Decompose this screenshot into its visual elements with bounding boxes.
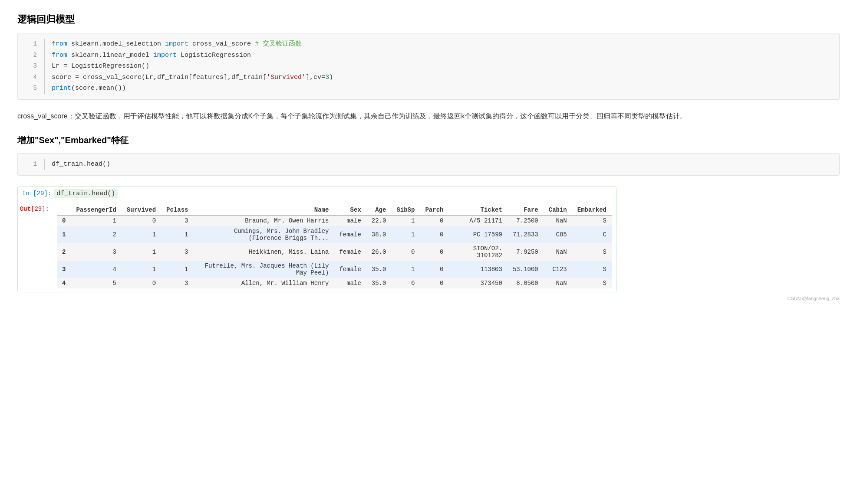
table-cell: 4	[57, 278, 71, 288]
table-cell: 3	[71, 243, 121, 261]
line-number-2-1: 1	[25, 159, 37, 170]
description-text: cross_val_score：交叉验证函数，用于评估模型性能，他可以将数据集分…	[17, 110, 840, 123]
watermark: CSDN @fangcheng_zha	[17, 296, 840, 301]
code-content-5: print(score.mean())	[44, 83, 126, 94]
table-cell: female	[334, 226, 366, 243]
page-title: 逻辑回归模型	[17, 13, 840, 26]
table-row: 2313Heikkinen, Miss. Lainafemale26.000ST…	[57, 243, 612, 261]
table-cell: Futrelle, Mrs. Jacques Heath (Lily May P…	[193, 261, 334, 278]
code-content-4: score = cross_val_score(Lr,df_train[feat…	[44, 72, 333, 83]
cell-input-code: df_train.head()	[54, 189, 118, 198]
table-cell: PC 17599	[448, 226, 508, 243]
line-number-1: 1	[25, 39, 37, 49]
table-row: 0103Braund, Mr. Owen Harrismale22.010A/5…	[57, 215, 612, 226]
table-cell: 8.0500	[508, 278, 544, 288]
table-cell: Allen, Mr. William Henry	[193, 278, 334, 288]
table-cell: 0	[122, 278, 161, 288]
code-line-2: 2 from sklearn.linear_model import Logis…	[18, 50, 839, 61]
code-content-3: Lr = LogisticRegression()	[44, 61, 149, 72]
table-cell: NaN	[544, 243, 572, 261]
keyword-from: from	[52, 40, 67, 48]
col-index	[57, 205, 71, 216]
table-cell: 5	[71, 278, 121, 288]
subsection-title: 增加"Sex","Embarked"特征	[17, 134, 840, 146]
watermark-text: CSDN @fangcheng_zha	[787, 296, 840, 301]
table-cell: 1	[161, 226, 193, 243]
table-cell: NaN	[544, 215, 572, 226]
table-row: 1211Cumings, Mrs. John Bradley (Florence…	[57, 226, 612, 243]
table-cell: 2	[71, 226, 121, 243]
table-header: PassengerId Survived Pclass Name Sex Age…	[57, 205, 612, 216]
line-number-2: 2	[25, 50, 37, 61]
table-cell: female	[334, 261, 366, 278]
table-cell: 3	[161, 243, 193, 261]
table-row: 3411Futrelle, Mrs. Jacques Heath (Lily M…	[57, 261, 612, 278]
table-cell: 1	[71, 215, 121, 226]
table-cell: C123	[544, 261, 572, 278]
line-number-5: 5	[25, 83, 37, 94]
output-label-cell: Out[29]:	[18, 205, 57, 213]
line-number-3: 3	[25, 61, 37, 72]
col-passengerid: PassengerId	[71, 205, 121, 216]
table-cell: 4	[71, 261, 121, 278]
code-content-2: from sklearn.linear_model import Logisti…	[44, 50, 251, 61]
table-cell: 1	[391, 215, 420, 226]
table-cell: S	[572, 243, 612, 261]
table-cell: Braund, Mr. Owen Harris	[193, 215, 334, 226]
col-cabin: Cabin	[544, 205, 572, 216]
table-cell: 0	[122, 215, 161, 226]
table-cell: 0	[420, 243, 448, 261]
table-cell: 1	[391, 226, 420, 243]
cell-output-label: Out[29]:	[20, 206, 53, 213]
table-cell: Heikkinen, Miss. Laina	[193, 243, 334, 261]
table-cell: 3	[161, 215, 193, 226]
table-cell: male	[334, 278, 366, 288]
table-cell: 53.1000	[508, 261, 544, 278]
table-cell: 7.2500	[508, 215, 544, 226]
table-cell: 38.0	[366, 226, 392, 243]
table-cell: 1	[122, 243, 161, 261]
code-content-1: from sklearn.model_selection import cros…	[44, 39, 302, 50]
code-line-3: 3 Lr = LogisticRegression()	[18, 61, 839, 72]
table-cell: female	[334, 243, 366, 261]
code-content-2-1: df_train.head()	[44, 159, 110, 170]
table-cell: 1	[122, 261, 161, 278]
table-cell: S	[572, 261, 612, 278]
col-fare: Fare	[508, 205, 544, 216]
table-cell: male	[334, 215, 366, 226]
table-cell: 26.0	[366, 243, 392, 261]
table-cell: 0	[420, 226, 448, 243]
table-cell: 7.9250	[508, 243, 544, 261]
table-cell: 373450	[448, 278, 508, 288]
col-sex: Sex	[334, 205, 366, 216]
col-pclass: Pclass	[161, 205, 193, 216]
table-cell: A/5 21171	[448, 215, 508, 226]
table-body: 0103Braund, Mr. Owen Harrismale22.010A/5…	[57, 215, 612, 288]
code-block-1: 1 from sklearn.model_selection import cr…	[17, 33, 840, 100]
table-cell: 1	[122, 226, 161, 243]
col-parch: Parch	[420, 205, 448, 216]
code-block-2: 1 df_train.head()	[17, 153, 840, 176]
cell-input-row: In [29]: df_train.head()	[18, 187, 616, 201]
code-line-1: 1 from sklearn.model_selection import cr…	[18, 39, 839, 50]
line-number-4: 4	[25, 72, 37, 83]
table-cell: 22.0	[366, 215, 392, 226]
header-row: PassengerId Survived Pclass Name Sex Age…	[57, 205, 612, 216]
table-cell: 0	[391, 243, 420, 261]
table-cell: C85	[544, 226, 572, 243]
table-cell: 71.2833	[508, 226, 544, 243]
table-cell: 0	[391, 278, 420, 288]
code-line-5: 5 print(score.mean())	[18, 83, 839, 94]
table-cell: 3	[57, 261, 71, 278]
table-cell: C	[572, 226, 612, 243]
code-line-2-1: 1 df_train.head()	[18, 159, 839, 170]
table-cell: 1	[57, 226, 71, 243]
table-cell: S	[572, 278, 612, 288]
table-cell: 2	[57, 243, 71, 261]
table-cell: STON/O2. 3101282	[448, 243, 508, 261]
cell-input-label: In [29]:	[22, 190, 51, 197]
table-cell: 113803	[448, 261, 508, 278]
table-row: 4503Allen, Mr. William Henrymale35.00037…	[57, 278, 612, 288]
table-cell: 35.0	[366, 278, 392, 288]
table-cell: 35.0	[366, 261, 392, 278]
